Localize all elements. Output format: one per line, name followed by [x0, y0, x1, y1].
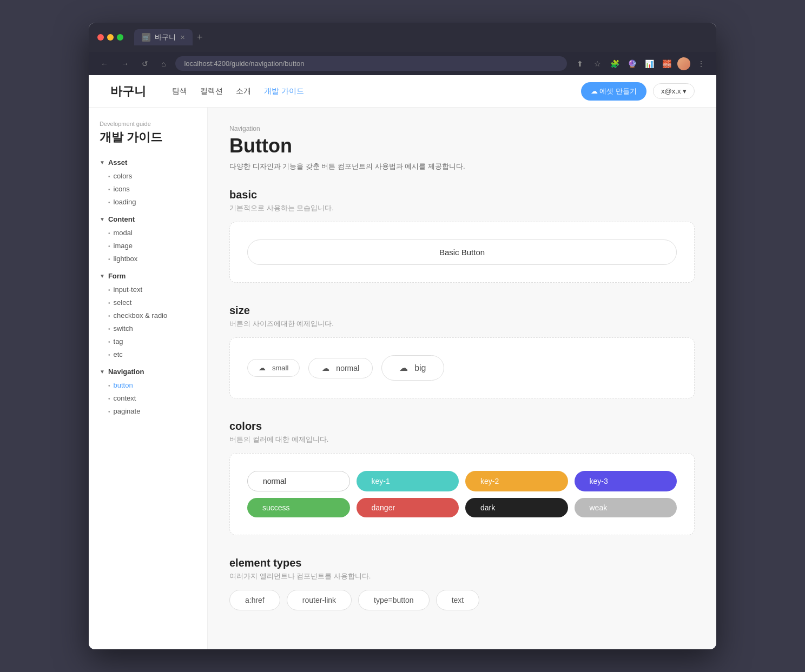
sidebar-item-colors[interactable]: colors	[114, 172, 133, 180]
browser-tab[interactable]: 🛒 바구니 ✕	[134, 29, 193, 45]
sidebar-item-context[interactable]: context	[114, 394, 136, 402]
demo-box-size: small normal big	[229, 337, 695, 398]
tab-close-button[interactable]: ✕	[180, 34, 185, 41]
color-button-normal[interactable]: normal	[247, 471, 350, 491]
section-size-desc: 버튼의 사이즈에대한 예제입니다.	[229, 319, 695, 329]
section-element-types: element types 여러가지 엘리먼트나 컴포넌트를 사용합니다. a:…	[229, 557, 695, 610]
button-small[interactable]: small	[247, 359, 300, 377]
sidebar-section-content-header[interactable]: ▼ Content	[100, 215, 196, 223]
section-basic-title: basic	[229, 189, 695, 201]
nav-link-about[interactable]: 소개	[236, 87, 251, 96]
sidebar-item-select[interactable]: select	[114, 298, 132, 307]
extension-icon-4[interactable]: 🧱	[660, 57, 673, 70]
sidebar-item-paginate[interactable]: paginate	[114, 407, 141, 415]
version-selector[interactable]: x@x.x ▾	[653, 83, 695, 99]
chevron-down-icon: ▼	[100, 216, 105, 222]
color-button-success[interactable]: success	[247, 498, 350, 517]
nav-link-dev-guide[interactable]: 개발 가이드	[264, 87, 304, 96]
traffic-light-yellow[interactable]	[107, 34, 114, 41]
traffic-light-red[interactable]	[97, 34, 104, 41]
list-item: loading	[108, 197, 196, 207]
main-content: Navigation Button 다양한 디자인과 기능을 갖춘 버튼 컴포넌…	[208, 108, 716, 649]
cloud-icon	[259, 364, 268, 372]
demo-box-colors: normal key-1 key-2 key-3 success danger …	[229, 453, 695, 535]
chevron-down-icon: ▼	[100, 159, 105, 165]
section-element-types-desc: 여러가지 엘리먼트나 컴포넌트를 사용합니다.	[229, 571, 695, 581]
nav-link-collection[interactable]: 컬렉션	[200, 87, 223, 96]
nav-link-search[interactable]: 탐색	[172, 87, 187, 96]
new-tab-button[interactable]: +	[197, 32, 203, 43]
sidebar-section-form-label: Form	[108, 272, 126, 280]
back-button[interactable]: ←	[97, 57, 111, 70]
browser-nav-icons: ⬆ ☆ 🧩 🔮 📊 🧱 ⋮	[573, 57, 708, 70]
address-bar[interactable]: localhost:4200/guide/navigation/button	[175, 56, 567, 71]
list-item: lightbox	[108, 254, 196, 263]
sidebar-item-lightbox[interactable]: lightbox	[114, 255, 138, 263]
traffic-lights	[97, 34, 123, 41]
sidebar-section-asset-header[interactable]: ▼ Asset	[100, 158, 196, 167]
size-row: small normal big	[247, 355, 677, 381]
sidebar-item-modal[interactable]: modal	[114, 229, 133, 237]
sidebar-item-input-text[interactable]: input-text	[114, 285, 142, 294]
sidebar-item-checkbox-radio[interactable]: checkbox & radio	[114, 311, 168, 320]
colors-grid: normal key-1 key-2 key-3 success danger …	[247, 471, 677, 517]
sidebar-section-form-header[interactable]: ▼ Form	[100, 272, 196, 280]
create-asset-button[interactable]: ☁ 에셋 만들기	[581, 82, 646, 101]
extension-icon-3[interactable]: 📊	[643, 57, 656, 70]
button-normal-label: normal	[336, 364, 359, 372]
menu-icon[interactable]: ⋮	[695, 57, 708, 70]
button-big[interactable]: big	[381, 355, 444, 381]
element-type-text[interactable]: text	[436, 590, 480, 610]
element-type-ahref[interactable]: a:href	[229, 590, 280, 610]
tab-favicon: 🛒	[142, 33, 150, 42]
share-icon[interactable]: ⬆	[573, 57, 586, 70]
color-button-dark[interactable]: dark	[465, 498, 568, 517]
sidebar-item-image[interactable]: image	[114, 242, 133, 250]
list-item: input-text	[108, 284, 196, 294]
sidebar-item-loading[interactable]: loading	[114, 198, 136, 206]
sidebar-navigation-items: button context paginate	[100, 380, 196, 416]
color-button-danger[interactable]: danger	[357, 498, 459, 517]
page-title: Button	[229, 135, 695, 157]
element-type-router-link[interactable]: router-link	[287, 590, 352, 610]
color-button-key1[interactable]: key-1	[357, 471, 459, 491]
sidebar-item-etc[interactable]: etc	[114, 350, 123, 358]
color-button-key2[interactable]: key-2	[465, 471, 568, 491]
tab-title: 바구니	[155, 32, 176, 42]
section-size-title: size	[229, 304, 695, 317]
button-normal[interactable]: normal	[308, 358, 373, 378]
extension-icon-1[interactable]: 🧩	[608, 57, 621, 70]
user-avatar[interactable]	[677, 57, 690, 70]
element-type-button[interactable]: type=button	[358, 590, 430, 610]
page-section-label: Navigation	[229, 125, 695, 132]
basic-button[interactable]: Basic Button	[247, 239, 677, 265]
main-layout: Development guide 개발 가이드 ▼ Asset colors …	[89, 108, 716, 649]
button-small-label: small	[272, 364, 288, 372]
sidebar-item-switch[interactable]: switch	[114, 324, 133, 332]
section-basic-desc: 기본적으로 사용하는 모습입니다.	[229, 203, 695, 213]
list-item: etc	[108, 349, 196, 359]
cloud-icon	[322, 364, 332, 372]
sidebar-item-icons[interactable]: icons	[114, 185, 130, 193]
sidebar-header-label: Development guide	[100, 121, 196, 127]
home-button[interactable]: ⌂	[158, 57, 169, 70]
section-basic: basic 기본적으로 사용하는 모습입니다. Basic Button	[229, 189, 695, 283]
bookmark-icon[interactable]: ☆	[591, 57, 604, 70]
address-text: localhost:4200/guide/navigation/button	[184, 59, 304, 68]
color-button-key3[interactable]: key-3	[575, 471, 677, 491]
sidebar-content-items: modal image lightbox	[100, 228, 196, 263]
sidebar-section-navigation-header[interactable]: ▼ Navigation	[100, 368, 196, 376]
extension-icon-2[interactable]: 🔮	[625, 57, 638, 70]
list-item: checkbox & radio	[108, 310, 196, 320]
list-item: context	[108, 393, 196, 403]
refresh-button[interactable]: ↺	[138, 57, 151, 70]
traffic-light-green[interactable]	[117, 34, 123, 41]
list-item: modal	[108, 228, 196, 237]
sidebar-section-asset: ▼ Asset colors icons loading	[100, 158, 196, 207]
forward-button[interactable]: →	[118, 57, 132, 70]
color-button-weak[interactable]: weak	[575, 498, 677, 517]
list-item: switch	[108, 323, 196, 333]
sidebar-item-tag[interactable]: tag	[114, 337, 123, 345]
sidebar-item-button[interactable]: button	[114, 381, 133, 389]
list-item: button	[108, 380, 196, 390]
